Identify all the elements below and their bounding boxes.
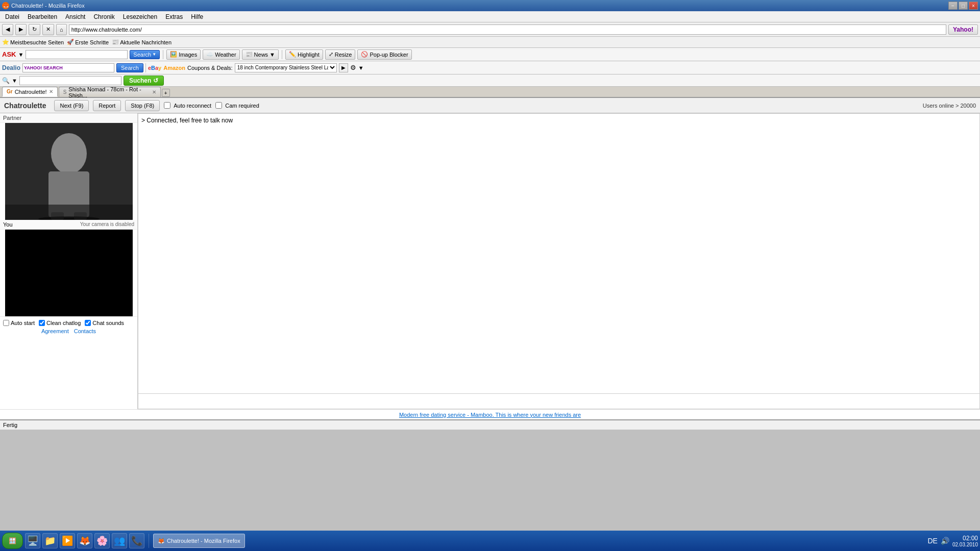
left-panel: Partner <box>0 113 138 409</box>
bookmark-erste[interactable]: 🚀 Erste Schritte <box>67 39 109 45</box>
nav-bar: ◀ ▶ ↻ ✕ ⌂ Yahoo! <box>0 22 980 37</box>
your-camera <box>5 230 133 316</box>
ask-search-bar <box>26 50 128 59</box>
title-bar: 🦊 Chatroulette! - Mozilla Firefox − □ × <box>0 0 980 11</box>
menu-hilfe[interactable]: Hilfe <box>188 12 206 21</box>
taskbar-quick-3[interactable]: ▶️ <box>60 533 75 548</box>
yahoo-search-input[interactable] <box>63 65 113 71</box>
clock-time: 02:00 <box>952 535 978 542</box>
separator-3 <box>145 63 146 72</box>
back-button[interactable]: ◀ <box>2 24 13 35</box>
taskbar-app-firefox[interactable]: 🦊 Chatroulette! - Mozilla Firefox <box>153 534 245 548</box>
ad-dropdown[interactable]: 18 inch Contemporary Stainless Steel Lad… <box>235 64 336 71</box>
weather-icon: ☁️ <box>206 51 213 58</box>
search-dropdown-arrow: ▼ <box>152 52 156 57</box>
browser-icon: 🦊 <box>2 2 9 9</box>
suchen-button[interactable]: Suchen ↺ <box>124 76 164 86</box>
menu-lesezeichen[interactable]: Lesezeichen <box>120 12 160 21</box>
resize-button[interactable]: ⤢ Resize <box>325 49 356 60</box>
right-panel: > Connected, feel free to talk now <box>138 113 980 409</box>
taskbar-separator <box>149 534 149 548</box>
stop-icon: ✕ <box>46 26 51 33</box>
new-tab-button[interactable]: + <box>162 89 170 97</box>
auto-reconnect-checkbox[interactable] <box>164 102 170 109</box>
weather-button[interactable]: ☁️ Weather <box>203 49 239 60</box>
start-button[interactable]: 🪟 <box>2 533 23 549</box>
taskbar-quick-2[interactable]: 📁 <box>42 533 58 548</box>
start-label: 🪟 <box>9 537 16 544</box>
resize-icon: ⤢ <box>329 51 333 58</box>
yahoo-button[interactable]: Yahoo! <box>948 24 978 35</box>
taskbar-quick-5[interactable]: 🌸 <box>94 533 110 548</box>
taskbar-quick-skype[interactable]: 📞 <box>129 533 144 548</box>
menu-chronik[interactable]: Chronik <box>90 12 117 21</box>
refresh-icon: ↻ <box>32 26 37 33</box>
highlight-label: Highlight <box>298 52 320 58</box>
tray-icon-sound: 🔊 <box>941 537 949 545</box>
address-input[interactable] <box>71 27 944 33</box>
ask-logo: ASK <box>2 51 16 58</box>
highlight-icon: ✏️ <box>289 51 296 58</box>
auto-reconnect-label: Auto reconnect <box>164 102 211 109</box>
taskbar-quick-6[interactable]: 👥 <box>112 533 127 548</box>
close-button[interactable]: × <box>969 2 978 10</box>
partner-label: Partner <box>0 113 137 123</box>
yahoo-logo: Yahoo! <box>953 26 973 33</box>
auto-start-checkbox[interactable] <box>3 320 9 326</box>
ask-search-button[interactable]: Search ▼ <box>130 50 160 59</box>
taskbar-quick-1[interactable]: 🖥️ <box>25 533 40 548</box>
suchen-icon: ↺ <box>153 77 158 84</box>
yahoo-search-button[interactable]: Search <box>116 63 143 72</box>
coupons-label: Coupons & Deals: <box>187 65 233 71</box>
forward-button[interactable]: ▶ <box>15 24 27 35</box>
chat-sounds-label: Chat sounds <box>85 320 124 326</box>
auto-start-text: Auto start <box>11 320 35 326</box>
chat-input[interactable] <box>140 396 977 407</box>
minimize-button[interactable]: − <box>948 2 958 10</box>
ask-search-label: Search <box>133 52 151 58</box>
report-button[interactable]: Report <box>93 100 121 111</box>
tab-chatroulette[interactable]: Gr Chatroulette! ✕ <box>2 87 58 97</box>
highlight-button[interactable]: ✏️ Highlight <box>285 49 323 60</box>
cam-disabled-label: Your camera is disabled <box>80 221 134 228</box>
maximize-button[interactable]: □ <box>959 2 968 10</box>
popup-icon: 🚫 <box>361 51 368 58</box>
agreement-link[interactable]: Agreement <box>41 328 69 334</box>
images-button[interactable]: 🖼️ Images <box>166 49 201 60</box>
title-bar-buttons[interactable]: − □ × <box>948 2 978 10</box>
clean-chatlog-checkbox[interactable] <box>39 320 45 326</box>
gear-icon[interactable]: ⚙ <box>350 64 356 71</box>
next-button[interactable]: Next (F9) <box>54 100 89 111</box>
bookmark-nachrichten[interactable]: 📰 Aktuelle Nachrichten <box>112 39 172 45</box>
refresh-button[interactable]: ↻ <box>29 24 40 35</box>
menu-ansicht[interactable]: Ansicht <box>62 12 88 21</box>
amazon-logo[interactable]: Amazon <box>163 65 185 71</box>
chat-sounds-checkbox[interactable] <box>85 320 91 326</box>
ebay-logo[interactable]: eBay <box>148 65 161 71</box>
forward-icon: ▶ <box>19 26 23 33</box>
taskbar-right: DE 🔊 02:00 02.03.2010 <box>927 535 978 547</box>
menu-datei[interactable]: Datei <box>2 12 22 21</box>
stop-button[interactable]: Stop (F8) <box>125 100 160 111</box>
menu-extras[interactable]: Extras <box>162 12 186 21</box>
ad-go-button[interactable]: ▶ <box>339 63 348 72</box>
menu-bearbeiten[interactable]: Bearbeiten <box>24 12 60 21</box>
suchen-input[interactable] <box>19 76 121 85</box>
partner-cam-svg <box>5 123 133 220</box>
ad-input-container: 18 inch Contemporary Stainless Steel Lad… <box>235 63 337 72</box>
bookmark-meistbesuchte[interactable]: ⭐ Meistbesuchte Seiten <box>2 39 64 45</box>
ad-link[interactable]: Modern free dating service - Mamboo. Thi… <box>399 412 581 418</box>
stop-button[interactable]: ✕ <box>42 24 54 35</box>
contacts-link[interactable]: Contacts <box>74 328 96 334</box>
tab-close-1[interactable]: ✕ <box>49 89 53 94</box>
news-button[interactable]: 📰 News ▼ <box>242 49 279 60</box>
home-button[interactable]: ⌂ <box>56 24 67 35</box>
back-icon: ◀ <box>6 26 10 33</box>
tab-close-2[interactable]: ✕ <box>152 89 156 95</box>
title-bar-left: 🦊 Chatroulette! - Mozilla Firefox <box>2 2 85 9</box>
cam-required-checkbox[interactable] <box>215 102 222 109</box>
tab-shisha[interactable]: S Shisha Nomad - 78cm - Rot - Shish... ✕ <box>59 87 161 97</box>
taskbar-quick-firefox[interactable]: 🦊 <box>77 533 92 548</box>
popup-blocker-button[interactable]: 🚫 Pop-up Blocker <box>357 49 411 60</box>
ask-search-input[interactable] <box>28 52 125 58</box>
